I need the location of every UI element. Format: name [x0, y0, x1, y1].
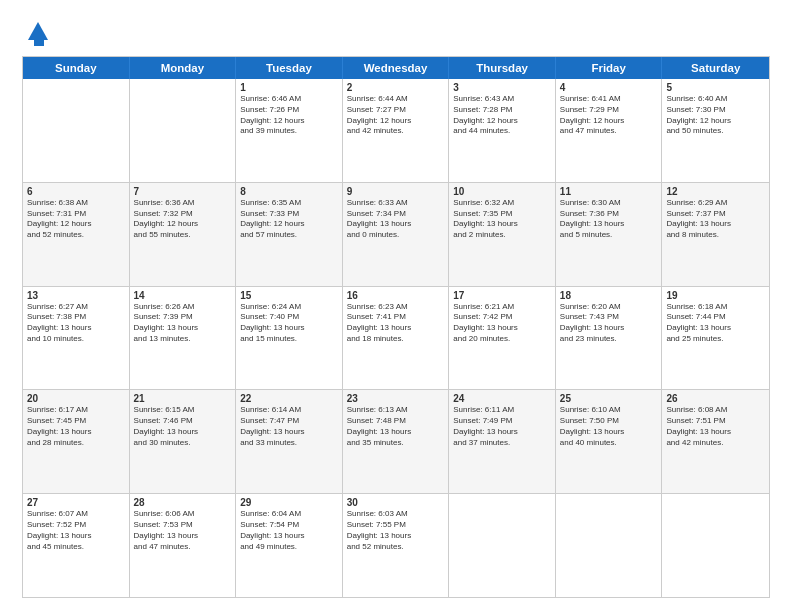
calendar-day-6: 6Sunrise: 6:38 AMSunset: 7:31 PMDaylight…: [23, 183, 130, 286]
day-number: 10: [453, 186, 551, 197]
cell-info-line: Sunrise: 6:35 AM: [240, 198, 338, 209]
cell-info-line: Sunset: 7:31 PM: [27, 209, 125, 220]
calendar-empty-cell: [449, 494, 556, 597]
cell-info-line: Sunset: 7:36 PM: [560, 209, 658, 220]
day-number: 13: [27, 290, 125, 301]
header-day-wednesday: Wednesday: [343, 57, 450, 79]
cell-info-line: Sunset: 7:50 PM: [560, 416, 658, 427]
cell-info-line: Sunset: 7:29 PM: [560, 105, 658, 116]
calendar-day-22: 22Sunrise: 6:14 AMSunset: 7:47 PMDayligh…: [236, 390, 343, 493]
cell-info-line: and 8 minutes.: [666, 230, 765, 241]
cell-info-line: Sunset: 7:38 PM: [27, 312, 125, 323]
calendar-row: 1Sunrise: 6:46 AMSunset: 7:26 PMDaylight…: [23, 79, 769, 182]
cell-info-line: Sunrise: 6:17 AM: [27, 405, 125, 416]
calendar-day-17: 17Sunrise: 6:21 AMSunset: 7:42 PMDayligh…: [449, 287, 556, 390]
calendar-day-26: 26Sunrise: 6:08 AMSunset: 7:51 PMDayligh…: [662, 390, 769, 493]
day-number: 3: [453, 82, 551, 93]
header-day-tuesday: Tuesday: [236, 57, 343, 79]
cell-info-line: Sunset: 7:40 PM: [240, 312, 338, 323]
cell-info-line: Daylight: 13 hours: [27, 427, 125, 438]
cell-info-line: Sunrise: 6:10 AM: [560, 405, 658, 416]
cell-info-line: Sunrise: 6:32 AM: [453, 198, 551, 209]
cell-info-line: Daylight: 13 hours: [240, 531, 338, 542]
cell-info-line: and 52 minutes.: [347, 542, 445, 553]
day-number: 29: [240, 497, 338, 508]
calendar-empty-cell: [556, 494, 663, 597]
cell-info-line: Sunset: 7:49 PM: [453, 416, 551, 427]
header-day-friday: Friday: [556, 57, 663, 79]
cell-info-line: Sunset: 7:46 PM: [134, 416, 232, 427]
calendar-day-14: 14Sunrise: 6:26 AMSunset: 7:39 PMDayligh…: [130, 287, 237, 390]
day-number: 23: [347, 393, 445, 404]
cell-info-line: Daylight: 13 hours: [560, 323, 658, 334]
cell-info-line: Daylight: 13 hours: [453, 427, 551, 438]
calendar-day-12: 12Sunrise: 6:29 AMSunset: 7:37 PMDayligh…: [662, 183, 769, 286]
cell-info-line: Sunrise: 6:41 AM: [560, 94, 658, 105]
day-number: 21: [134, 393, 232, 404]
cell-info-line: and 57 minutes.: [240, 230, 338, 241]
cell-info-line: Daylight: 12 hours: [453, 116, 551, 127]
cell-info-line: Sunrise: 6:33 AM: [347, 198, 445, 209]
calendar-row: 20Sunrise: 6:17 AMSunset: 7:45 PMDayligh…: [23, 389, 769, 493]
cell-info-line: and 52 minutes.: [27, 230, 125, 241]
cell-info-line: Sunset: 7:26 PM: [240, 105, 338, 116]
cell-info-line: and 35 minutes.: [347, 438, 445, 449]
header: [22, 18, 770, 46]
day-number: 25: [560, 393, 658, 404]
calendar-day-13: 13Sunrise: 6:27 AMSunset: 7:38 PMDayligh…: [23, 287, 130, 390]
cell-info-line: and 0 minutes.: [347, 230, 445, 241]
cell-info-line: Sunset: 7:30 PM: [666, 105, 765, 116]
cell-info-line: and 40 minutes.: [560, 438, 658, 449]
cell-info-line: Sunrise: 6:46 AM: [240, 94, 338, 105]
cell-info-line: Daylight: 13 hours: [666, 219, 765, 230]
calendar-day-5: 5Sunrise: 6:40 AMSunset: 7:30 PMDaylight…: [662, 79, 769, 182]
cell-info-line: Sunset: 7:27 PM: [347, 105, 445, 116]
calendar-day-30: 30Sunrise: 6:03 AMSunset: 7:55 PMDayligh…: [343, 494, 450, 597]
cell-info-line: Daylight: 13 hours: [560, 427, 658, 438]
calendar-day-3: 3Sunrise: 6:43 AMSunset: 7:28 PMDaylight…: [449, 79, 556, 182]
cell-info-line: Daylight: 13 hours: [134, 427, 232, 438]
cell-info-line: Sunset: 7:33 PM: [240, 209, 338, 220]
cell-info-line: Sunset: 7:51 PM: [666, 416, 765, 427]
calendar-empty-cell: [23, 79, 130, 182]
cell-info-line: Sunset: 7:48 PM: [347, 416, 445, 427]
cell-info-line: and 30 minutes.: [134, 438, 232, 449]
cell-info-line: Sunset: 7:43 PM: [560, 312, 658, 323]
cell-info-line: Daylight: 13 hours: [347, 219, 445, 230]
calendar-day-1: 1Sunrise: 6:46 AMSunset: 7:26 PMDaylight…: [236, 79, 343, 182]
calendar-row: 6Sunrise: 6:38 AMSunset: 7:31 PMDaylight…: [23, 182, 769, 286]
cell-info-line: Sunset: 7:34 PM: [347, 209, 445, 220]
cell-info-line: and 50 minutes.: [666, 126, 765, 137]
cell-info-line: Sunrise: 6:44 AM: [347, 94, 445, 105]
day-number: 27: [27, 497, 125, 508]
cell-info-line: Sunrise: 6:40 AM: [666, 94, 765, 105]
calendar-day-4: 4Sunrise: 6:41 AMSunset: 7:29 PMDaylight…: [556, 79, 663, 182]
cell-info-line: and 39 minutes.: [240, 126, 338, 137]
day-number: 11: [560, 186, 658, 197]
cell-info-line: and 5 minutes.: [560, 230, 658, 241]
cell-info-line: and 47 minutes.: [560, 126, 658, 137]
calendar-day-29: 29Sunrise: 6:04 AMSunset: 7:54 PMDayligh…: [236, 494, 343, 597]
cell-info-line: Daylight: 13 hours: [27, 531, 125, 542]
cell-info-line: and 44 minutes.: [453, 126, 551, 137]
cell-info-line: Sunset: 7:44 PM: [666, 312, 765, 323]
calendar-empty-cell: [130, 79, 237, 182]
day-number: 12: [666, 186, 765, 197]
cell-info-line: Sunrise: 6:36 AM: [134, 198, 232, 209]
calendar-day-15: 15Sunrise: 6:24 AMSunset: 7:40 PMDayligh…: [236, 287, 343, 390]
cell-info-line: Sunrise: 6:20 AM: [560, 302, 658, 313]
header-day-thursday: Thursday: [449, 57, 556, 79]
cell-info-line: and 2 minutes.: [453, 230, 551, 241]
calendar-day-28: 28Sunrise: 6:06 AMSunset: 7:53 PMDayligh…: [130, 494, 237, 597]
calendar-header: SundayMondayTuesdayWednesdayThursdayFrid…: [23, 57, 769, 79]
header-day-monday: Monday: [130, 57, 237, 79]
cell-info-line: Daylight: 13 hours: [453, 323, 551, 334]
calendar-day-10: 10Sunrise: 6:32 AMSunset: 7:35 PMDayligh…: [449, 183, 556, 286]
cell-info-line: Sunset: 7:41 PM: [347, 312, 445, 323]
cell-info-line: and 42 minutes.: [666, 438, 765, 449]
cell-info-line: Sunset: 7:32 PM: [134, 209, 232, 220]
cell-info-line: and 10 minutes.: [27, 334, 125, 345]
cell-info-line: Daylight: 12 hours: [560, 116, 658, 127]
cell-info-line: Sunrise: 6:24 AM: [240, 302, 338, 313]
cell-info-line: Daylight: 13 hours: [27, 323, 125, 334]
